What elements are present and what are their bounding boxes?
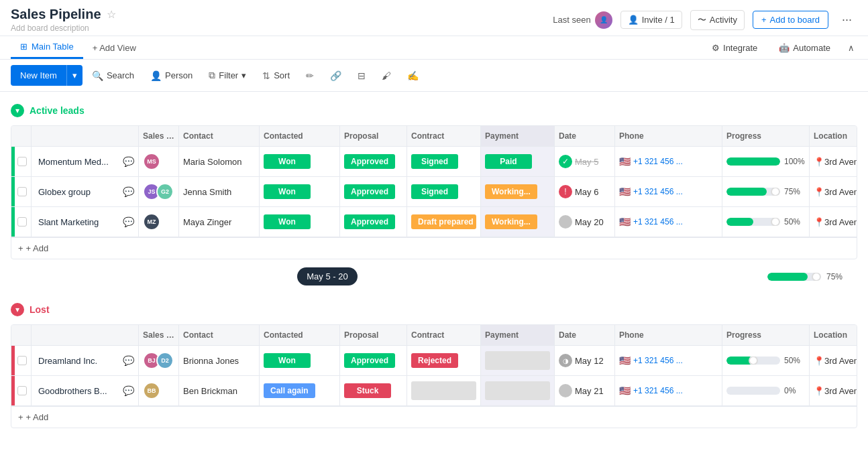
- lost-table-header: Sales Rep. Contact Contacted Proposal Co…: [11, 325, 857, 346]
- comment-icon[interactable]: 💬: [123, 385, 134, 396]
- sort-button[interactable]: ⇅ Sort: [256, 66, 296, 85]
- row-payment[interactable]: Paid: [481, 147, 555, 176]
- comment-icon[interactable]: 💬: [123, 216, 134, 227]
- plus-icon: +: [761, 15, 767, 25]
- row-phone[interactable]: 🇺🇸 +1 321 456 ...: [615, 207, 722, 237]
- hide-button[interactable]: ✏: [299, 66, 321, 85]
- tab-main-table[interactable]: ⊞ Main Table: [11, 36, 83, 59]
- new-item-dropdown-arrow[interactable]: ▾: [66, 65, 83, 86]
- row-progress: 50%: [722, 346, 810, 375]
- lost-add-row[interactable]: + + Add: [11, 406, 857, 428]
- row-item-name: Dreamland Inc. 💬: [32, 346, 139, 375]
- lost-group: ▾ Lost Sales Rep. Contact Contacted Prop…: [11, 300, 857, 434]
- row-progress: 0%: [722, 376, 810, 405]
- row-contacted[interactable]: Won: [260, 346, 340, 375]
- add-to-board-button[interactable]: + Add to board: [753, 11, 828, 29]
- expand-icon: ⊟: [358, 70, 366, 81]
- lost-header: ▾ Lost: [11, 300, 857, 319]
- edit-button[interactable]: ✍: [400, 66, 425, 85]
- row-payment[interactable]: [481, 346, 555, 375]
- row-phone[interactable]: 🇺🇸 +1 321 456 ...: [615, 147, 722, 176]
- row-contract[interactable]: [407, 376, 481, 405]
- new-item-button[interactable]: New Item ▾: [11, 65, 83, 86]
- filter-button[interactable]: ⧉ Filter ▾: [202, 66, 253, 85]
- row-location: 📍 3rd Avenue, Ne...: [810, 147, 857, 176]
- col-contacted: Contacted: [260, 325, 340, 345]
- link-button[interactable]: 🔗: [323, 66, 348, 85]
- collapse-button[interactable]: ∧: [845, 40, 857, 56]
- row-contract[interactable]: Signed: [407, 177, 481, 206]
- status-empty-icon: [559, 384, 572, 397]
- row-phone[interactable]: 🇺🇸 +1 321 456 ...: [615, 346, 722, 375]
- search-button[interactable]: 🔍 Search: [85, 66, 141, 85]
- row-phone[interactable]: 🇺🇸 +1 321 456 ...: [615, 376, 722, 405]
- active-leads-dot[interactable]: ▾: [11, 104, 24, 117]
- col-contact: Contact: [179, 126, 260, 146]
- row-payment[interactable]: Working...: [481, 207, 555, 237]
- add-view-button[interactable]: + Add View: [86, 38, 143, 58]
- automate-button[interactable]: 🤖 Automate: [772, 39, 837, 57]
- search-icon: 🔍: [92, 70, 103, 81]
- star-icon[interactable]: ☆: [107, 8, 116, 21]
- table-row: Dreamland Inc. 💬 BJ D2 Brionna Jones Won…: [11, 346, 857, 376]
- lost-table: Sales Rep. Contact Contacted Proposal Co…: [11, 324, 857, 428]
- row-contact: Ben Brickman: [179, 376, 260, 405]
- view-tabs: ⊞ Main Table + Add View ⚙ Integrate 🤖 Au…: [0, 36, 868, 60]
- tabs-right: ⚙ Integrate 🤖 Automate ∧: [705, 39, 857, 57]
- automate-icon: 🤖: [779, 43, 790, 53]
- activity-button[interactable]: 〜 Activity: [690, 10, 745, 30]
- row-contract[interactable]: Signed: [407, 147, 481, 176]
- title-row: Sales Pipeline ☆: [11, 7, 116, 22]
- row-proposal[interactable]: Approved: [340, 147, 407, 176]
- row-proposal[interactable]: Approved: [340, 346, 407, 375]
- active-leads-title: Active leads: [30, 105, 85, 116]
- row-contacted[interactable]: Call again: [260, 376, 340, 405]
- row-contract[interactable]: Rejected: [407, 346, 481, 375]
- toolbar: New Item ▾ 🔍 Search 👤 Person ⧉ Filter ▾ …: [0, 60, 868, 92]
- active-leads-add-row[interactable]: + + Add: [11, 237, 857, 259]
- row-contacted[interactable]: Won: [260, 147, 340, 176]
- flag-icon: 🇺🇸: [619, 156, 631, 167]
- row-phone[interactable]: 🇺🇸 +1 321 456 ...: [615, 177, 722, 206]
- col-name: [32, 126, 139, 146]
- avatar: 👤: [595, 11, 612, 29]
- row-contacted[interactable]: Won: [260, 177, 340, 206]
- active-leads-group: ▾ Active leads Sales Rep. Contact Contac…: [11, 101, 857, 291]
- location-icon: 📍: [814, 386, 824, 396]
- col-proposal: Proposal: [340, 126, 407, 146]
- row-payment[interactable]: Working...: [481, 177, 555, 206]
- row-item-name: Goodbrothers B... 💬: [32, 376, 139, 405]
- active-leads-table-header: Sales Rep. Contact Contacted Proposal Co…: [11, 126, 857, 147]
- col-name: [32, 325, 139, 345]
- active-leads-summary: May 5 - 20 75%: [11, 262, 857, 291]
- row-payment[interactable]: [481, 376, 555, 405]
- hide-icon: ✏: [306, 70, 314, 81]
- row-sales-rep: JS G2: [139, 177, 179, 206]
- person-filter-button[interactable]: 👤 Person: [144, 66, 199, 85]
- integrate-button[interactable]: ⚙ Integrate: [705, 39, 764, 57]
- brush-button[interactable]: 🖌: [375, 66, 398, 85]
- more-options-button[interactable]: ···: [836, 9, 857, 30]
- table-row: Goodbrothers B... 💬 BB Ben Brickman Call…: [11, 376, 857, 406]
- row-contract[interactable]: Draft prepared: [407, 207, 481, 237]
- summary-progress-bar: [767, 273, 821, 281]
- table-icon: ⊞: [20, 42, 28, 52]
- invite-button[interactable]: 👤 Invite / 1: [620, 11, 682, 29]
- avatars: BB: [143, 382, 160, 399]
- board-description[interactable]: Add board description: [11, 23, 116, 33]
- row-date: May 21: [555, 376, 615, 405]
- row-proposal[interactable]: Approved: [340, 207, 407, 237]
- comment-icon[interactable]: 💬: [123, 186, 134, 197]
- row-proposal[interactable]: Stuck: [340, 376, 407, 405]
- expand-button[interactable]: ⊟: [351, 66, 372, 85]
- lost-summary: May 12 - 21 25%: [11, 431, 857, 434]
- row-proposal[interactable]: Approved: [340, 177, 407, 206]
- row-contacted[interactable]: Won: [260, 207, 340, 237]
- col-sales-rep: Sales Rep.: [139, 325, 179, 345]
- comment-icon[interactable]: 💬: [123, 355, 134, 366]
- lost-dot[interactable]: ▾: [11, 303, 24, 316]
- activity-icon: 〜: [698, 14, 706, 26]
- col-progress: Progress: [722, 126, 810, 146]
- comment-icon[interactable]: 💬: [123, 156, 134, 167]
- row-item-name: Momentum Med... 💬: [32, 147, 139, 176]
